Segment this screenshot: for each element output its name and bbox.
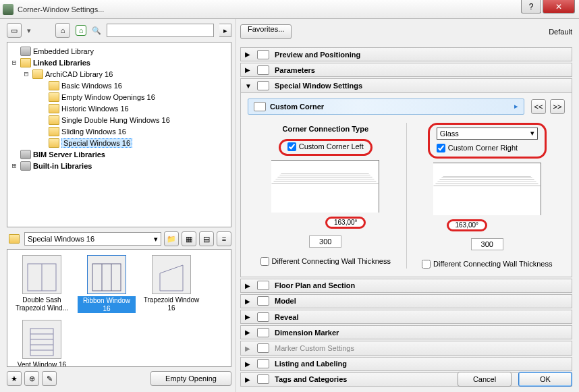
tree-item-selected[interactable]: Special Windows 16 [61,138,132,148]
right-thickness-checkbox[interactable]: Different Connecting Wall Thickness [422,260,553,269]
cancel-button[interactable]: Cancel [458,372,512,387]
home-alt-icon[interactable]: ⌂ [76,25,86,36]
titlebar: Corner-Window Settings... ? ✕ [0,0,579,19]
empty-opening-button[interactable]: Empty Opening [150,371,231,386]
tree-bim[interactable]: BIM Server Libraries [33,150,105,159]
custom-corner-left-checkbox[interactable]: Custom Corner Left [287,142,364,151]
section-marker: ▶Marker Custom Settings [240,341,572,355]
ok-button[interactable]: OK [518,372,572,387]
up-folder-button[interactable]: 📁 [164,231,179,246]
svg-marker-5 [160,265,183,291]
store-icon[interactable]: ⊕ [24,371,39,386]
right-dim-input[interactable]: 300 [471,238,503,250]
app-icon [3,4,13,15]
default-label: Default [549,28,572,36]
custom-corner-bar[interactable]: Custom Corner ▸ [248,99,524,115]
corner-right-column: Glass▾ Custom Corner Right 163,00° 300 D… [410,123,566,269]
tree-item[interactable]: Basic Windows 16 [61,82,122,90]
library-toolbar: ▭ ▾ ⌂ ⌂ 🔍 ▸ [7,23,231,38]
window-title: Corner-Window Settings... [18,5,104,13]
custom-corner-right-checkbox[interactable]: Custom Corner Right [437,144,518,152]
favorites-button[interactable]: Favorites... [240,24,292,39]
svg-rect-6 [30,329,53,356]
section-dimension[interactable]: ▶Dimension Marker [240,325,572,339]
corner-type-label: Corner Connection Type [282,123,368,135]
tree-linked[interactable]: Linked Libraries [33,59,90,67]
special-settings-body: Custom Corner ▸ << >> Corner Connection … [240,93,572,277]
next-button[interactable]: >> [550,99,565,114]
search-dropdown[interactable]: ▸ [219,24,231,37]
tree-lib[interactable]: ArchiCAD Library 16 [45,70,113,78]
tree-embedded[interactable]: Embedded Library [33,47,94,55]
svg-rect-2 [92,264,121,291]
thumb-item[interactable]: Trapezoid Window 16 [142,255,200,313]
plan-view-icon[interactable]: ▭ [7,23,22,38]
prev-button[interactable]: << [531,99,546,114]
section-reveal[interactable]: ▶Reveal [240,310,572,324]
tree-builtin[interactable]: Built-in Libraries [33,162,92,170]
left-panel: ▭ ▾ ⌂ ⌂ 🔍 ▸ Embedded Library ⊟Linked Lib… [0,19,236,392]
home-icon[interactable]: ⌂ [55,23,70,38]
view-small-icon[interactable]: ▤ [199,231,214,246]
search-input[interactable] [107,24,214,37]
section-preview[interactable]: ▶Preview and Positioning [240,47,572,61]
thumb-item[interactable]: Vent Window 16 [13,320,71,367]
section-floorplan[interactable]: ▶Floor Plan and Section [240,279,572,293]
corner-icon [254,102,266,111]
custom-corner-left-group: Custom Corner Left [279,139,373,156]
folder-selector[interactable]: Special Windows 16▾ [24,232,161,246]
help-button[interactable]: ? [521,0,541,13]
left-angle-input[interactable]: 163,00° [325,217,366,229]
search-icon: 🔍 [92,26,101,35]
tree-item[interactable]: Empty Window Openings 16 [61,93,155,101]
section-model[interactable]: ▶Model [240,294,572,308]
favorite-icon[interactable]: ★ [7,371,22,386]
close-button[interactable]: ✕ [543,0,575,13]
right-preview [433,163,541,215]
left-thickness-checkbox[interactable]: Different Connecting Wall Thickness [260,257,391,266]
thumb-item[interactable]: Double Sash Trapezoid Wind... [13,255,71,313]
thumbnail-grid: Double Sash Trapezoid Wind... Ribbon Win… [7,249,231,367]
edit-icon[interactable]: ✎ [42,371,57,386]
glass-selector[interactable]: Glass▾ [437,128,538,140]
folder-icon [9,234,20,244]
corner-left-column: Corner Connection Type Custom Corner Lef… [248,123,404,269]
left-preview [271,160,379,213]
section-special[interactable]: ▼Special Window Settings [240,78,572,92]
custom-corner-right-group: Glass▾ Custom Corner Right [428,123,547,159]
left-dim-input[interactable]: 300 [309,235,341,248]
tree-item[interactable]: Historic Windows 16 [61,105,129,113]
section-listing[interactable]: ▶Listing and Labeling [240,357,572,371]
right-panel: Favorites... Default ▶Preview and Positi… [236,19,579,392]
tree-item[interactable]: Single Double Hung Windows 16 [61,116,170,124]
library-tree[interactable]: Embedded Library ⊟Linked Libraries ⊟Arch… [7,42,231,227]
tree-item[interactable]: Sliding Windows 16 [61,128,126,136]
thumb-item-selected[interactable]: Ribbon Window 16 [78,255,136,313]
view-large-icon[interactable]: ▦ [182,231,196,246]
view-list-icon[interactable]: ≡ [217,231,231,246]
section-parameters[interactable]: ▶Parameters [240,63,572,77]
right-angle-input[interactable]: 163,00° [447,219,487,231]
